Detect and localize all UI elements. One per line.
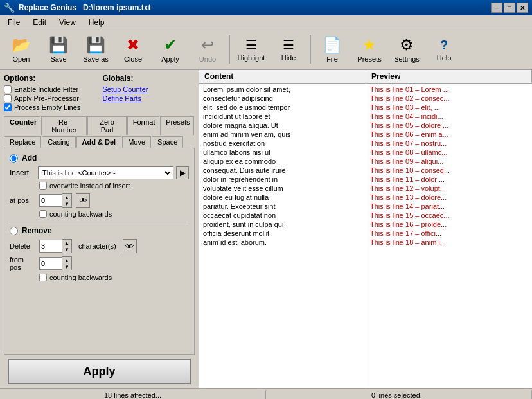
open-button[interactable]: 📂 Open — [4, 33, 39, 66]
presets-label: Presets — [357, 55, 381, 63]
content-rows: Lorem ipsum dolor sit amet,consectetur a… — [199, 84, 532, 388]
preview-line: This is line 14 – pariat... — [368, 202, 531, 211]
settings-button[interactable]: ⚙ Settings — [389, 33, 424, 66]
from-pos-spinbox: ▲ ▼ — [39, 256, 72, 270]
define-parts-link[interactable]: Define Parts — [103, 94, 142, 102]
help-label: Help — [437, 54, 452, 62]
tabs-row-1: Counter Re-Number Zero Pad Format Preset… — [4, 116, 195, 135]
from-pos-up[interactable]: ▲ — [62, 257, 71, 263]
from-pos-down[interactable]: ▼ — [62, 263, 71, 270]
delete-eye-button[interactable]: 👁 — [123, 239, 137, 253]
add-radio[interactable] — [10, 154, 18, 163]
preview-line: This is line 15 – occaec... — [368, 211, 531, 220]
apply-pre-checkbox[interactable] — [4, 94, 12, 102]
open-label: Open — [13, 55, 30, 63]
separator2 — [310, 35, 311, 64]
apply-icon: ✔ — [164, 36, 177, 54]
apply-label: Apply — [161, 55, 179, 63]
counting-backwards-rm-checkbox[interactable] — [39, 274, 47, 281]
content-line: dolore magna aliqua. Ut — [200, 121, 364, 130]
preview-line: This is line 09 – aliqui... — [368, 157, 531, 166]
delete-spinners: ▲ ▼ — [62, 239, 72, 253]
tab-casing[interactable]: Casing — [42, 136, 75, 148]
remove-radio[interactable] — [10, 227, 18, 235]
settings-label: Settings — [394, 55, 420, 63]
delete-input[interactable] — [39, 240, 62, 253]
saveas-button[interactable]: 💾 Save as — [78, 33, 113, 66]
tab-renumber[interactable]: Re-Number — [41, 116, 87, 135]
menu-edit[interactable]: Edit — [28, 17, 51, 28]
counting-backwards-add-checkbox[interactable] — [39, 210, 47, 218]
preview-col-header: Preview — [366, 70, 532, 83]
delete-up[interactable]: ▲ — [62, 240, 71, 246]
delete-spinbox: ▲ ▼ — [39, 239, 72, 253]
tab-format[interactable]: Format — [127, 116, 160, 135]
tab-replace[interactable]: Replace — [4, 136, 41, 148]
delete-row: Delete ▲ ▼ character(s) 👁 — [10, 239, 189, 253]
globals-title: Globals: — [103, 74, 195, 83]
maximize-button[interactable]: □ — [504, 3, 515, 13]
content-line: proident, sunt in culpa qui — [200, 220, 364, 229]
left-panel: Options: Enable Include Filter Apply Pre… — [0, 70, 199, 388]
enable-include-checkbox[interactable] — [4, 85, 12, 93]
from-pos-label: from pos — [10, 256, 35, 271]
content-line: dolor in reprehenderit in — [200, 175, 364, 184]
tab-presets[interactable]: Presets — [160, 116, 194, 135]
preview-line: This is line 05 – dolore ... — [368, 121, 531, 130]
content-col-header: Content — [199, 70, 366, 83]
file-button[interactable]: 📄 File — [315, 33, 350, 66]
hide-button[interactable]: ☰ Hide — [271, 33, 306, 66]
overwrite-row: overwrite instead of insert — [39, 182, 189, 190]
right-panel: Content Preview Lorem ipsum dolor sit am… — [199, 70, 532, 388]
remove-section-header: Remove — [10, 226, 189, 235]
help-button[interactable]: ? Help — [427, 33, 461, 66]
setup-counter-link[interactable]: Setup Counter — [103, 85, 148, 93]
saveas-label: Save as — [83, 55, 109, 63]
undo-button[interactable]: ↩ Undo — [190, 33, 225, 66]
apply-toolbar-button[interactable]: ✔ Apply — [153, 33, 188, 66]
insert-arrow-button[interactable]: ▶ — [176, 166, 189, 179]
content-line: consequat. Duis aute irure — [200, 166, 364, 175]
overwrite-checkbox[interactable] — [39, 182, 47, 190]
delete-down[interactable]: ▼ — [62, 246, 71, 253]
content-line: anim id est laborum. — [200, 238, 364, 247]
menu-help[interactable]: Help — [84, 17, 110, 28]
undo-icon: ↩ — [201, 36, 214, 54]
separator — [229, 35, 230, 64]
save-label: Save — [50, 55, 66, 63]
open-icon: 📂 — [12, 36, 31, 54]
counting-backwards-rm-label: counting backwards — [49, 274, 112, 281]
from-pos-input[interactable] — [39, 257, 62, 270]
apply-big-button[interactable]: Apply — [8, 359, 191, 384]
highlight-label: Highlight — [238, 54, 265, 62]
app-title: Replace Genius D:\lorem ipsum.txt — [19, 3, 491, 12]
preview-line: This is line 01 – Lorem ... — [368, 85, 531, 94]
hide-label: Hide — [281, 54, 296, 62]
process-empty-checkbox[interactable] — [4, 103, 12, 111]
at-pos-up[interactable]: ▲ — [62, 194, 71, 200]
menu-view[interactable]: View — [54, 17, 81, 28]
at-pos-input[interactable] — [39, 194, 62, 207]
tab-zeropad[interactable]: Zero Pad — [87, 116, 126, 135]
process-empty-row: Process Empty Lines — [4, 103, 96, 111]
minimize-button[interactable]: ─ — [491, 3, 502, 13]
highlight-button[interactable]: ☰ Highlight — [234, 33, 269, 66]
content-line: nostrud exercitation — [200, 139, 364, 148]
tab-move[interactable]: Move — [122, 136, 151, 148]
insert-combo[interactable]: This is line <Counter> - — [38, 166, 173, 179]
menu-file[interactable]: File — [3, 17, 25, 28]
presets-button[interactable]: ★ Presets — [352, 33, 387, 66]
tab-space[interactable]: Space — [152, 136, 183, 148]
tab-counter[interactable]: Counter — [4, 116, 40, 135]
content-line: enim ad minim veniam, quis — [200, 130, 364, 139]
insert-label: Insert — [10, 168, 35, 177]
at-pos-down[interactable]: ▼ — [62, 200, 71, 207]
content-line: ullamco laboris nisi ut — [200, 148, 364, 157]
preview-line: This is line 17 – offici... — [368, 229, 531, 238]
save-button[interactable]: 💾 Save — [41, 33, 76, 66]
close-button[interactable]: ✖ Close — [116, 33, 150, 66]
close-button[interactable]: ✕ — [517, 3, 528, 13]
window-controls[interactable]: ─ □ ✕ — [491, 3, 528, 13]
tab-add-del[interactable]: Add & Del — [76, 136, 122, 148]
at-pos-eye-button[interactable]: 👁 — [76, 193, 90, 208]
